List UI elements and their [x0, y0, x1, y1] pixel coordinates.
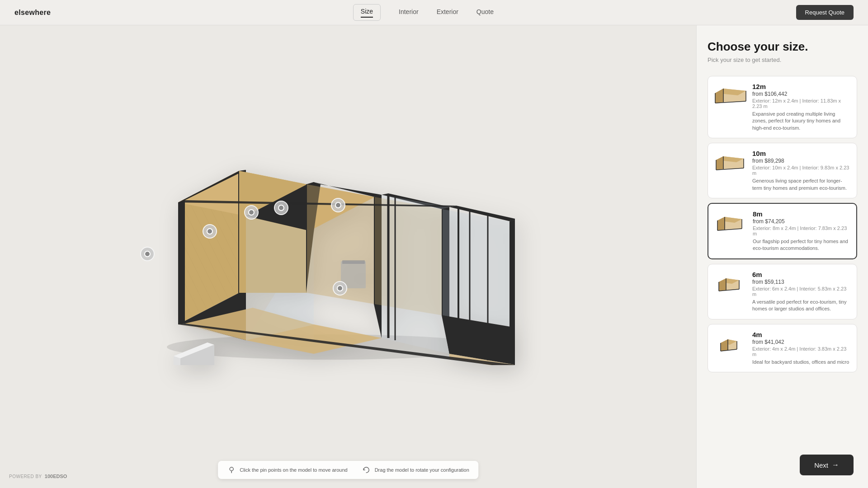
- 3d-viewer[interactable]: POWERED BY 100EDSO Click the pin points …: [0, 25, 696, 488]
- tab-exterior[interactable]: Exterior: [437, 8, 458, 17]
- svg-point-42: [230, 467, 233, 471]
- next-arrow-icon: →: [832, 461, 839, 469]
- pin-6[interactable]: [333, 281, 347, 296]
- svg-marker-58: [717, 217, 725, 230]
- right-panel: Choose your size. Pick your size to get …: [696, 25, 868, 488]
- building-model: [144, 148, 515, 365]
- powered-by-brand: 100EDSO: [45, 474, 67, 479]
- rotate-icon: [362, 465, 371, 474]
- powered-by-text: POWERED BY: [9, 474, 42, 479]
- size-6m-price: from $59,113: [752, 279, 850, 285]
- svg-marker-51: [716, 156, 723, 170]
- svg-marker-72: [721, 339, 728, 351]
- panel-title: Choose your size.: [708, 40, 857, 54]
- bottom-hint-bar: Click the pin points on the model to mov…: [218, 461, 478, 479]
- size-8m-title: 8m: [753, 210, 850, 218]
- thumb-4m: [714, 331, 747, 355]
- svg-marker-59: [725, 217, 742, 230]
- powered-by: POWERED BY 100EDSO: [9, 474, 67, 479]
- pin-icon: [227, 465, 236, 474]
- request-quote-button[interactable]: Request Quote: [796, 5, 854, 20]
- svg-marker-73: [728, 339, 737, 350]
- hint-pin: Click the pin points on the model to mov…: [227, 465, 347, 474]
- size-12m-title: 12m: [752, 83, 850, 90]
- next-button[interactable]: Next →: [800, 455, 854, 475]
- size-card-10m[interactable]: 10m from $89,298 Exterior: 10m x 2.4m | …: [708, 143, 857, 198]
- size-card-4m[interactable]: 4m from $41,042 Exterior: 4m x 2.4m | In…: [708, 324, 857, 372]
- pin-5[interactable]: [331, 198, 345, 212]
- hint-pin-text: Click the pin points on the model to mov…: [240, 467, 347, 473]
- size-card-8m[interactable]: 8m from $74,205 Exterior: 8m x 2.4m | In…: [708, 203, 857, 259]
- svg-marker-27: [443, 209, 510, 327]
- size-6m-desc: A versatile pod perfect for eco-tourism,…: [752, 299, 850, 313]
- size-8m-price: from $74,205: [753, 218, 850, 225]
- size-4m-price: from $41,042: [752, 339, 850, 345]
- svg-marker-65: [719, 278, 726, 291]
- size-6m-dims: Exterior: 6m x 2.4m | Interior: 5.83m x …: [752, 286, 850, 297]
- logo: elsewhere: [14, 9, 51, 17]
- header: elsewhere Size Interior Exterior Quote R…: [0, 0, 868, 25]
- next-button-label: Next: [814, 461, 828, 469]
- thumb-6m: [714, 271, 747, 295]
- svg-marker-23: [382, 195, 449, 354]
- tab-interior[interactable]: Interior: [399, 8, 419, 17]
- pin-3[interactable]: [244, 205, 259, 220]
- hint-rotate-text: Drag the model to rotate your configurat…: [375, 467, 469, 473]
- svg-rect-19: [342, 260, 365, 264]
- main-layout: POWERED BY 100EDSO Click the pin points …: [0, 0, 868, 488]
- size-12m-dims: Exterior: 12m x 2.4m | Interior: 11.83m …: [752, 98, 850, 109]
- size-6m-title: 6m: [752, 271, 850, 278]
- svg-marker-45: [723, 89, 746, 102]
- size-10m-dims: Exterior: 10m x 2.4m | Interior: 9.83m x…: [752, 165, 850, 176]
- size-10m-title: 10m: [752, 150, 850, 157]
- thumb-8m: [715, 210, 747, 235]
- size-8m-desc: Our flagship pod perfect for tiny homes …: [753, 238, 850, 252]
- svg-marker-44: [715, 89, 723, 103]
- svg-marker-52: [723, 156, 744, 169]
- size-4m-desc: Ideal for backyard studios, offices and …: [752, 359, 850, 366]
- svg-marker-12: [246, 216, 314, 340]
- thumb-12m: [714, 83, 747, 107]
- nav-tabs: Size Interior Exterior Quote: [353, 4, 494, 21]
- size-8m-dims: Exterior: 8m x 2.4m | Interior: 7.83m x …: [753, 225, 850, 236]
- svg-marker-66: [726, 278, 739, 290]
- size-card-12m[interactable]: 12m from $106,442 Exterior: 12m x 2.4m |…: [708, 76, 857, 138]
- tab-size[interactable]: Size: [361, 8, 373, 18]
- size-card-6m[interactable]: 6m from $59,113 Exterior: 6m x 2.4m | In…: [708, 264, 857, 319]
- tab-quote[interactable]: Quote: [476, 8, 494, 17]
- hint-rotate: Drag the model to rotate your configurat…: [362, 465, 469, 474]
- pin-4[interactable]: [274, 201, 288, 215]
- pin-2[interactable]: [203, 224, 217, 239]
- panel-subtitle: Pick your size to get started.: [708, 56, 857, 63]
- size-12m-price: from $106,442: [752, 91, 850, 97]
- size-10m-price: from $89,298: [752, 158, 850, 164]
- svg-marker-5: [178, 200, 185, 324]
- pin-1[interactable]: [140, 247, 155, 261]
- size-10m-desc: Generous living space perfect for longer…: [752, 178, 850, 192]
- size-4m-dims: Exterior: 4m x 2.4m | Interior: 3.83m x …: [752, 346, 850, 357]
- tab-size-wrapper: Size: [353, 4, 381, 21]
- size-4m-title: 4m: [752, 331, 850, 338]
- size-12m-desc: Expansive pod creating multiple living z…: [752, 111, 850, 131]
- thumb-10m: [714, 150, 747, 174]
- viewer-canvas[interactable]: [0, 25, 696, 488]
